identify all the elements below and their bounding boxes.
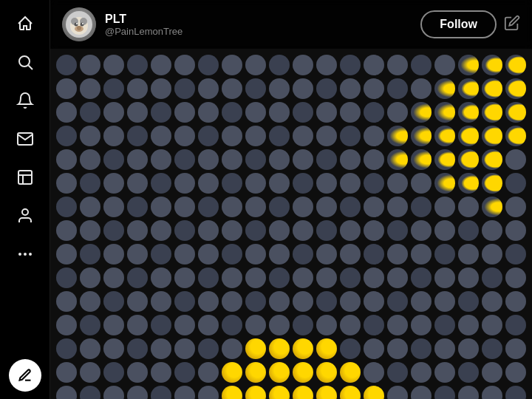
avatar[interactable] xyxy=(62,7,96,41)
moon-cell xyxy=(80,267,100,288)
moon-cell xyxy=(482,149,502,170)
moon-cell xyxy=(80,220,100,241)
moon-cell xyxy=(364,102,384,123)
moon-cell xyxy=(434,78,455,99)
moon-cell xyxy=(293,173,313,194)
moon-cell xyxy=(411,78,432,99)
moon-cell xyxy=(198,173,219,194)
main-content: PLT @PainLemonTree Follow xyxy=(50,0,532,399)
moon-cell xyxy=(245,244,266,265)
sidebar-item-messages[interactable] xyxy=(9,123,41,155)
svg-point-18 xyxy=(82,23,83,24)
moon-cell xyxy=(103,78,124,99)
moon-cell xyxy=(364,220,384,241)
moon-cell xyxy=(269,244,290,265)
moon-cell xyxy=(505,267,526,288)
moon-cell xyxy=(151,173,171,194)
moon-cell xyxy=(364,267,384,288)
moon-cell xyxy=(364,149,384,170)
moon-cell xyxy=(340,244,361,265)
compose-button[interactable] xyxy=(9,359,41,392)
moon-cell xyxy=(56,291,77,312)
moon-cell xyxy=(151,220,171,241)
moon-cell xyxy=(316,173,337,194)
moon-cell xyxy=(269,55,290,75)
moon-cell xyxy=(458,220,479,241)
moon-cell xyxy=(482,362,502,383)
moon-cell xyxy=(103,338,124,359)
moon-cell xyxy=(387,362,408,383)
moon-cell xyxy=(505,291,526,312)
moon-cell xyxy=(364,197,384,217)
moon-cell xyxy=(482,197,502,217)
moon-cell xyxy=(411,173,432,194)
moon-cell xyxy=(387,291,408,312)
moon-cell xyxy=(340,78,361,99)
moon-cell xyxy=(505,55,526,75)
moon-cell xyxy=(198,386,219,399)
moon-cell xyxy=(316,362,337,383)
moon-cell xyxy=(387,102,408,123)
moon-cell xyxy=(482,220,502,241)
moon-cell xyxy=(222,55,242,75)
moon-cell xyxy=(80,55,100,75)
moon-cell xyxy=(103,197,124,217)
moon-cell xyxy=(222,291,242,312)
moon-cell xyxy=(364,78,384,99)
sidebar-item-search[interactable] xyxy=(9,46,41,78)
moon-cell xyxy=(316,197,337,217)
moon-cell xyxy=(269,220,290,241)
moon-cell xyxy=(198,126,219,146)
moon-cell xyxy=(269,149,290,170)
username: PLT xyxy=(105,13,183,26)
moon-cell xyxy=(80,149,100,170)
moon-cell xyxy=(434,386,455,399)
moon-cell xyxy=(411,267,432,288)
moon-cell xyxy=(269,197,290,217)
moon-cell xyxy=(151,291,171,312)
moon-cell xyxy=(364,362,384,383)
moon-cell xyxy=(505,362,526,383)
sidebar-item-more[interactable] xyxy=(9,238,41,270)
moon-cell xyxy=(56,55,77,75)
sidebar-item-profile[interactable] xyxy=(9,200,41,232)
sidebar-item-bookmarks[interactable] xyxy=(9,161,41,194)
moon-cell xyxy=(458,386,479,399)
moon-cell xyxy=(174,173,195,194)
moon-cell xyxy=(222,244,242,265)
moon-cell xyxy=(198,220,219,241)
moon-cell xyxy=(127,244,148,265)
moon-cell xyxy=(222,126,242,146)
moon-cell xyxy=(340,362,361,383)
moon-cell xyxy=(505,173,526,194)
sidebar-item-notifications[interactable] xyxy=(9,84,41,117)
svg-point-8 xyxy=(29,253,32,256)
moon-cell xyxy=(198,78,219,99)
moon-cell xyxy=(56,102,77,123)
moon-cell xyxy=(56,149,77,170)
moon-cell xyxy=(151,386,171,399)
moon-cell xyxy=(505,220,526,241)
moon-cell xyxy=(103,55,124,75)
moon-cell xyxy=(434,244,455,265)
moon-cell xyxy=(174,197,195,217)
moon-cell xyxy=(364,338,384,359)
sidebar-item-home[interactable] xyxy=(9,7,41,40)
moon-cell xyxy=(56,267,77,288)
moon-cell xyxy=(245,78,266,99)
moon-cell xyxy=(340,102,361,123)
moon-cell xyxy=(293,78,313,99)
edit-icon[interactable] xyxy=(504,15,520,35)
moon-cell xyxy=(103,220,124,241)
moon-cell xyxy=(198,338,219,359)
follow-button[interactable]: Follow xyxy=(420,10,497,38)
moon-cell xyxy=(103,126,124,146)
moon-cell xyxy=(103,315,124,335)
moon-cell xyxy=(293,55,313,75)
moon-cell xyxy=(316,291,337,312)
moon-cell xyxy=(482,267,502,288)
moon-cell xyxy=(411,338,432,359)
moon-cell xyxy=(458,173,479,194)
moon-cell xyxy=(80,338,100,359)
moon-cell xyxy=(269,102,290,123)
